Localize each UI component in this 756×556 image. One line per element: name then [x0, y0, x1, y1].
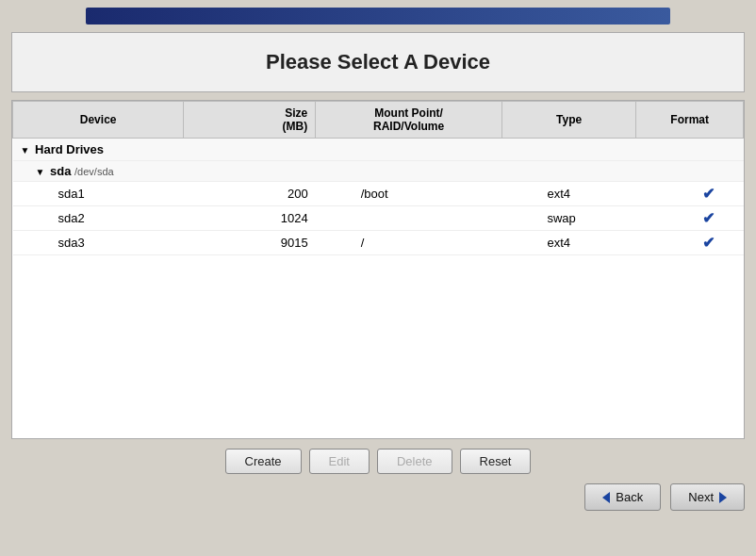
next-label: Next: [688, 490, 714, 504]
partition-sda1-row[interactable]: sda1 200 /boot ext4 ✔: [13, 182, 744, 206]
top-bar: [86, 8, 670, 25]
partition-sda3-size: 9015: [184, 231, 316, 255]
partition-sda2-mount: [316, 206, 502, 231]
group-hard-drives-label: ▼ Hard Drives: [13, 139, 744, 161]
partition-sda1-name: sda1: [13, 182, 184, 206]
chevron-down-icon: ▼: [21, 145, 30, 155]
partition-sda1-size: 200: [184, 182, 316, 206]
partition-sda2-row[interactable]: sda2 1024 swap ✔: [13, 206, 744, 231]
action-bar: Create Edit Delete Reset: [11, 449, 745, 474]
partition-sda3-mount: /: [316, 231, 502, 255]
device-table: Device Size(MB) Mount Point/RAID/Volume …: [12, 101, 744, 255]
back-button[interactable]: Back: [584, 483, 661, 511]
title-panel: Please Select A Device: [11, 32, 745, 92]
partition-sda1-mount: /boot: [316, 182, 502, 206]
partition-sda3-type: ext4: [501, 231, 635, 255]
group-hard-drives[interactable]: ▼ Hard Drives: [13, 139, 744, 161]
next-arrow-icon: [719, 492, 727, 503]
col-mount: Mount Point/RAID/Volume: [316, 102, 502, 139]
device-table-panel: Device Size(MB) Mount Point/RAID/Volume …: [11, 100, 745, 439]
partition-sda2-name: sda2: [13, 206, 184, 231]
next-button[interactable]: Next: [670, 483, 745, 511]
partition-sda2-type: swap: [501, 206, 635, 231]
drive-sda-row[interactable]: ▼ sda /dev/sda: [13, 161, 744, 182]
partition-sda3-format: ✔: [636, 231, 744, 255]
delete-button[interactable]: Delete: [377, 449, 452, 474]
col-device: Device: [13, 102, 184, 139]
col-size: Size(MB): [184, 102, 316, 139]
drive-sda-label: ▼ sda /dev/sda: [13, 161, 744, 182]
partition-sda1-type: ext4: [501, 182, 635, 206]
nav-bar: Back Next: [11, 483, 745, 511]
partition-sda2-size: 1024: [184, 206, 316, 231]
page-title: Please Select A Device: [29, 50, 727, 74]
checkmark-icon: ✔: [702, 235, 715, 251]
partition-sda1-format: ✔: [636, 182, 744, 206]
create-button[interactable]: Create: [225, 449, 302, 474]
back-arrow-icon: [602, 492, 610, 503]
checkmark-icon: ✔: [702, 210, 715, 226]
back-label: Back: [616, 490, 643, 504]
col-type: Type: [501, 102, 635, 139]
edit-button[interactable]: Edit: [309, 449, 370, 474]
checkmark-icon: ✔: [702, 186, 715, 202]
partition-sda3-row[interactable]: sda3 9015 / ext4 ✔: [13, 231, 744, 255]
reset-button[interactable]: Reset: [460, 449, 532, 474]
col-format: Format: [636, 102, 744, 139]
partition-sda3-name: sda3: [13, 231, 184, 255]
partition-sda2-format: ✔: [636, 206, 744, 231]
chevron-down-icon: ▼: [36, 167, 45, 177]
